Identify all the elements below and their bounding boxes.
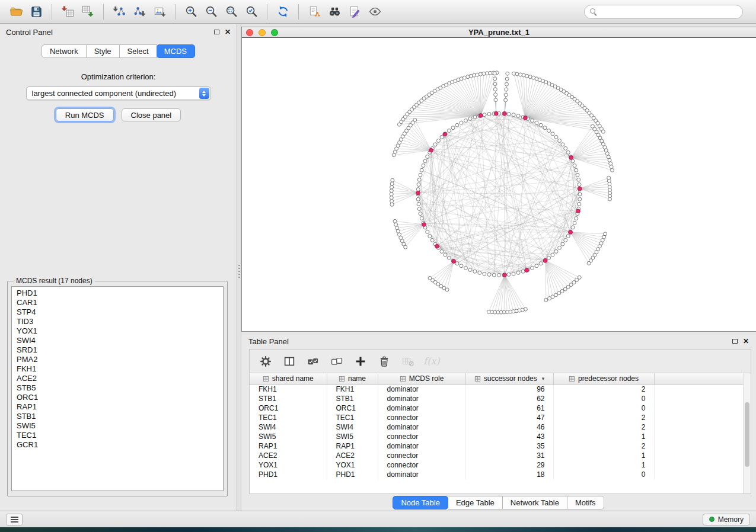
close-panel-button[interactable]: Close panel bbox=[122, 108, 181, 121]
close-table-panel-icon[interactable]: ✕ bbox=[743, 338, 749, 345]
cell-successors[interactable]: 35 bbox=[465, 441, 553, 451]
table-row[interactable]: ACE2ACE2connector311 bbox=[250, 451, 743, 460]
cell-predecessors[interactable]: 2 bbox=[553, 441, 654, 451]
mcds-result-item[interactable]: CAR1 bbox=[12, 298, 223, 307]
network-graph[interactable] bbox=[242, 38, 756, 331]
run-mcds-button[interactable]: Run MCDS bbox=[56, 108, 114, 121]
mcds-result-item[interactable]: STP4 bbox=[12, 307, 223, 317]
cell-successors[interactable]: 46 bbox=[465, 422, 553, 432]
mcds-result-item[interactable]: PHD1 bbox=[12, 289, 223, 298]
cell-successors[interactable]: 43 bbox=[465, 432, 553, 441]
table-row[interactable]: TEC1TEC1connector472 bbox=[250, 413, 743, 422]
cell-role[interactable]: dominator bbox=[378, 384, 465, 394]
window-maximize-icon[interactable] bbox=[271, 29, 278, 36]
import-table-icon[interactable] bbox=[59, 3, 76, 21]
cell-role[interactable]: connector bbox=[378, 432, 465, 441]
cell-successors[interactable]: 96 bbox=[465, 384, 553, 394]
table-row[interactable]: FKH1FKH1dominator962 bbox=[250, 384, 743, 394]
cell-name[interactable]: ACE2 bbox=[327, 451, 378, 460]
cell-shared_name[interactable]: TEC1 bbox=[250, 413, 327, 422]
table-row[interactable]: SWI5SWI5connector431 bbox=[250, 432, 743, 441]
save-icon[interactable] bbox=[27, 3, 45, 21]
tab-edge-table[interactable]: Edge Table bbox=[448, 496, 503, 509]
open-folder-icon[interactable] bbox=[7, 3, 25, 21]
cell-name[interactable]: YOX1 bbox=[327, 460, 378, 470]
float-table-panel-icon[interactable] bbox=[732, 339, 738, 344]
float-panel-icon[interactable] bbox=[214, 30, 219, 34]
cell-shared_name[interactable]: RAP1 bbox=[250, 441, 327, 451]
mcds-result-item[interactable]: SWI4 bbox=[12, 336, 223, 345]
cell-predecessors[interactable]: 0 bbox=[553, 470, 654, 479]
cell-shared_name[interactable]: ORC1 bbox=[250, 403, 327, 413]
mcds-result-item[interactable]: PMA2 bbox=[12, 355, 223, 364]
zoom-in-icon[interactable] bbox=[182, 3, 200, 21]
cell-name[interactable]: ORC1 bbox=[327, 403, 378, 413]
mcds-result-item[interactable]: SWI5 bbox=[12, 421, 223, 431]
window-minimize-icon[interactable] bbox=[259, 29, 266, 36]
cell-predecessors[interactable]: 1 bbox=[553, 432, 654, 441]
cell-name[interactable]: TEC1 bbox=[327, 413, 378, 422]
tab-select[interactable]: Select bbox=[120, 44, 157, 58]
cell-shared_name[interactable]: PHD1 bbox=[250, 470, 327, 479]
column-header-role[interactable]: MCDS role bbox=[378, 373, 465, 384]
close-panel-icon[interactable]: ✕ bbox=[225, 28, 231, 36]
cell-successors[interactable]: 31 bbox=[465, 451, 553, 460]
mcds-result-item[interactable]: FKH1 bbox=[12, 364, 223, 374]
cell-name[interactable]: FKH1 bbox=[327, 384, 378, 394]
delete-row-icon[interactable] bbox=[375, 352, 393, 370]
cell-role[interactable]: dominator bbox=[378, 422, 465, 432]
cell-successors[interactable]: 47 bbox=[465, 413, 553, 422]
table-row[interactable]: YOX1YOX1connector291 bbox=[250, 460, 743, 470]
cell-predecessors[interactable]: 2 bbox=[553, 422, 654, 432]
cell-shared_name[interactable]: FKH1 bbox=[250, 384, 327, 394]
table-row[interactable]: ORC1ORC1dominator610 bbox=[250, 403, 743, 413]
cell-role[interactable]: dominator bbox=[378, 441, 465, 451]
mcds-result-item[interactable]: YOX1 bbox=[12, 326, 223, 336]
zoom-out-icon[interactable] bbox=[202, 3, 220, 21]
column-header-successors[interactable]: successor nodes▾ bbox=[465, 373, 553, 384]
search-box[interactable] bbox=[584, 5, 743, 19]
cell-successors[interactable]: 62 bbox=[465, 394, 553, 403]
memory-button[interactable]: Memory bbox=[703, 514, 750, 525]
deselect-all-icon[interactable] bbox=[328, 352, 346, 370]
binoculars-icon[interactable] bbox=[326, 3, 343, 21]
cell-successors[interactable]: 61 bbox=[465, 403, 553, 413]
cell-role[interactable]: connector bbox=[378, 460, 465, 470]
optimization-criterion-select[interactable]: largest connected component (undirected) bbox=[26, 86, 211, 100]
cell-name[interactable]: SWI4 bbox=[327, 422, 378, 432]
mcds-result-item[interactable]: TEC1 bbox=[12, 431, 223, 440]
cell-name[interactable]: STB1 bbox=[327, 394, 378, 403]
mcds-result-item[interactable]: SRD1 bbox=[12, 345, 223, 355]
export-image-icon[interactable] bbox=[151, 3, 168, 21]
export-table-icon[interactable] bbox=[79, 3, 97, 21]
table-row[interactable]: STB1STB1dominator620 bbox=[250, 394, 743, 403]
cell-shared_name[interactable]: STB1 bbox=[250, 394, 327, 403]
export-network-icon[interactable] bbox=[130, 3, 148, 21]
gear-icon[interactable] bbox=[257, 352, 275, 370]
status-menu-button[interactable] bbox=[6, 514, 23, 525]
mcds-result-item[interactable]: RAP1 bbox=[12, 402, 223, 412]
cell-role[interactable]: dominator bbox=[378, 394, 465, 403]
cell-predecessors[interactable]: 2 bbox=[553, 413, 654, 422]
import-network-icon[interactable] bbox=[110, 3, 128, 21]
table-row[interactable]: RAP1RAP1dominator352 bbox=[250, 441, 743, 451]
cell-predecessors[interactable]: 1 bbox=[553, 460, 654, 470]
annotation-icon[interactable] bbox=[346, 3, 363, 21]
add-row-icon[interactable] bbox=[352, 352, 369, 370]
tab-network[interactable]: Network bbox=[42, 44, 87, 58]
cell-role[interactable]: connector bbox=[378, 451, 465, 460]
window-close-icon[interactable] bbox=[246, 29, 253, 36]
mcds-result-item[interactable]: ACE2 bbox=[12, 374, 223, 383]
mcds-result-item[interactable]: TID3 bbox=[12, 317, 223, 326]
cell-role[interactable]: connector bbox=[378, 413, 465, 422]
cell-name[interactable]: SWI5 bbox=[327, 432, 378, 441]
zoom-fit-icon[interactable] bbox=[222, 3, 240, 21]
clone-document-icon[interactable] bbox=[305, 3, 323, 21]
tab-network-table[interactable]: Network Table bbox=[503, 496, 567, 509]
mcds-result-item[interactable]: ORC1 bbox=[12, 393, 223, 402]
refresh-network-icon[interactable] bbox=[274, 3, 292, 21]
table-row[interactable]: SWI4SWI4dominator462 bbox=[250, 422, 743, 432]
eye-icon[interactable] bbox=[366, 3, 384, 21]
chevron-down-icon[interactable]: ▾ bbox=[542, 376, 545, 382]
mcds-result-item[interactable]: STB1 bbox=[12, 412, 223, 421]
